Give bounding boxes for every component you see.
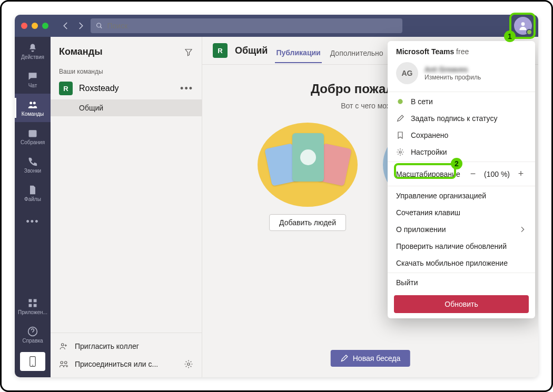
teams-header: Команды bbox=[51, 37, 202, 64]
window-controls bbox=[21, 23, 48, 29]
svg-point-3 bbox=[33, 102, 36, 104]
channel-row[interactable]: Общий bbox=[51, 99, 202, 116]
rail-label: Приложен... bbox=[18, 309, 47, 315]
chat-icon bbox=[27, 71, 38, 82]
rail-label: Звонки bbox=[24, 168, 41, 174]
close-window-button[interactable] bbox=[21, 23, 27, 29]
invite-colleagues-link[interactable]: Пригласить коллег bbox=[51, 337, 202, 355]
rail-teams[interactable]: Команды bbox=[15, 94, 51, 122]
status-row[interactable]: В сети bbox=[388, 93, 535, 110]
edit-profile-link[interactable]: Изменить профиль bbox=[424, 74, 481, 81]
saved-row[interactable]: Сохранено bbox=[388, 127, 535, 144]
check-updates-row[interactable]: Проверить наличие обновлений bbox=[388, 238, 535, 255]
row-label: Проверить наличие обновлений bbox=[396, 242, 507, 250]
svg-rect-4 bbox=[29, 130, 37, 137]
rail-files[interactable]: Файлы bbox=[15, 179, 51, 207]
rail-label: Файлы bbox=[24, 196, 41, 202]
manage-org-row[interactable]: Управление организацией bbox=[388, 187, 535, 204]
team-row[interactable]: R Roxsteady ••• bbox=[51, 77, 202, 99]
teams-icon bbox=[27, 99, 38, 110]
minimize-window-button[interactable] bbox=[32, 23, 38, 29]
svg-point-16 bbox=[398, 99, 402, 104]
tab-posts[interactable]: Публикации bbox=[275, 45, 321, 63]
filter-icon[interactable] bbox=[184, 47, 193, 57]
teams-bottom: Пригласить коллег Присоединиться или с..… bbox=[51, 333, 202, 377]
zoom-label: Масштабирование bbox=[396, 170, 462, 178]
profile-menu: Microsoft Teams free AG Ant Greaves Изме… bbox=[388, 41, 535, 318]
search-bar[interactable] bbox=[91, 18, 402, 33]
new-conversation-button[interactable]: Новая беседа bbox=[331, 350, 410, 367]
gear-icon bbox=[396, 148, 404, 156]
search-icon bbox=[96, 22, 103, 29]
teams-pane: Команды Ваши команды R Roxsteady ••• Общ… bbox=[51, 37, 202, 377]
team-more-button[interactable]: ••• bbox=[180, 83, 193, 94]
svg-point-11 bbox=[32, 365, 33, 366]
svg-point-13 bbox=[61, 361, 63, 364]
about-row[interactable]: О приложении bbox=[388, 221, 535, 238]
zoom-value: (100 %) bbox=[484, 170, 510, 178]
update-button[interactable]: Обновить bbox=[394, 295, 529, 313]
row-label: Управление организацией bbox=[396, 192, 486, 200]
rail-mobile-button[interactable] bbox=[20, 352, 45, 371]
channel-title: Общий bbox=[235, 45, 268, 56]
profile-header[interactable]: AG Ant Greaves Изменить профиль bbox=[388, 59, 535, 91]
nav-forward-button[interactable] bbox=[76, 21, 85, 31]
team-name: Roxsteady bbox=[79, 84, 119, 93]
invite-icon bbox=[59, 341, 68, 351]
user-name: Ant Greaves bbox=[424, 65, 481, 74]
zoom-out-button[interactable]: − bbox=[467, 168, 479, 179]
sign-out-row[interactable]: Выйти bbox=[388, 274, 535, 291]
settings-row[interactable]: Настройки bbox=[388, 144, 535, 160]
manage-teams-gear-icon[interactable] bbox=[184, 359, 193, 369]
edit-icon bbox=[396, 114, 404, 123]
svg-point-15 bbox=[187, 363, 190, 366]
zoom-row: Масштабирование − (100 %) + bbox=[388, 163, 535, 185]
status-available-icon bbox=[396, 97, 404, 106]
maximize-window-button[interactable] bbox=[42, 23, 48, 29]
avatar: AG bbox=[396, 62, 418, 84]
channel-avatar: R bbox=[213, 43, 228, 58]
row-label: Задать подпись к статусу bbox=[411, 114, 497, 123]
search-input[interactable] bbox=[107, 22, 397, 30]
rail-chat[interactable]: Чат bbox=[15, 65, 51, 94]
row-label: Сохранено bbox=[411, 131, 448, 139]
rail-apps[interactable]: Приложен... bbox=[15, 292, 51, 320]
link-label: Присоединиться или с... bbox=[75, 360, 158, 368]
presence-available-icon bbox=[526, 29, 532, 35]
row-label: Выйти bbox=[396, 278, 418, 287]
add-people-card: Добавить людей bbox=[258, 123, 358, 231]
profile-avatar-button[interactable] bbox=[514, 17, 532, 35]
join-create-link[interactable]: Присоединиться или с... bbox=[51, 355, 202, 373]
help-icon bbox=[27, 326, 38, 337]
svg-point-17 bbox=[399, 151, 401, 153]
app-window: Действия Чат Команды Собрания Звонки Фай… bbox=[15, 15, 538, 377]
rail-label: Команды bbox=[22, 111, 44, 117]
shortcuts-row[interactable]: Сочетания клавиш bbox=[388, 204, 535, 221]
people-illustration bbox=[258, 123, 358, 207]
mobile-icon bbox=[29, 356, 36, 367]
nav-back-button[interactable] bbox=[61, 21, 71, 31]
ellipsis-icon: ••• bbox=[26, 216, 39, 227]
zoom-in-button[interactable]: + bbox=[515, 168, 527, 179]
rail-calls[interactable]: Звонки bbox=[15, 150, 51, 179]
svg-rect-5 bbox=[29, 299, 32, 302]
rail-help[interactable]: Справка bbox=[15, 320, 51, 349]
bell-icon bbox=[27, 43, 38, 53]
tab-more[interactable]: Дополнительно bbox=[329, 46, 384, 63]
file-icon bbox=[27, 185, 38, 195]
button-label: Новая беседа bbox=[353, 354, 401, 363]
row-label: В сети bbox=[411, 97, 433, 106]
set-status-row[interactable]: Задать подпись к статусу bbox=[388, 110, 535, 127]
rail-label: Чат bbox=[28, 83, 37, 88]
rail-activity[interactable]: Действия bbox=[15, 37, 51, 65]
add-people-button[interactable]: Добавить людей bbox=[269, 214, 346, 231]
download-mobile-row[interactable]: Скачать мобильное приложение bbox=[388, 255, 535, 272]
rail-more[interactable]: ••• bbox=[15, 207, 51, 236]
compose-icon bbox=[340, 354, 349, 363]
app-rail: Действия Чат Команды Собрания Звонки Фай… bbox=[15, 37, 51, 377]
svg-point-1 bbox=[521, 22, 525, 26]
svg-point-2 bbox=[29, 102, 32, 104]
svg-rect-6 bbox=[34, 299, 37, 302]
link-label: Пригласить коллег bbox=[75, 342, 139, 350]
rail-meetings[interactable]: Собрания bbox=[15, 122, 51, 150]
